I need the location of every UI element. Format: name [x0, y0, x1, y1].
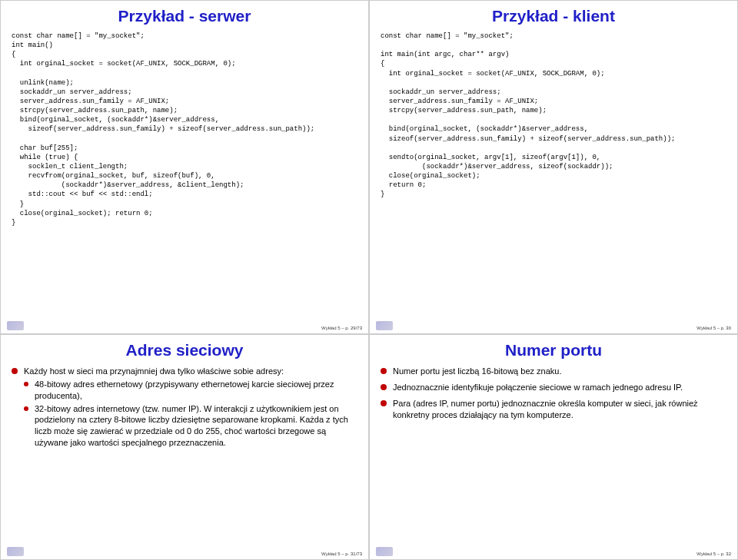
slide-server-example: Przykład - serwer const char name[] = "m…	[0, 0, 369, 334]
code-block-client: const char name[] = "my_socket"; int mai…	[381, 31, 726, 200]
slide-footer: Wykład 5 – p. 32	[376, 547, 731, 556]
slide-client-example: Przykład - klient const char name[] = "m…	[369, 0, 738, 334]
bullet-item: Jednoznacznie identyfikuje połączenie si…	[381, 382, 726, 393]
slide-title: Przykład - serwer	[12, 7, 357, 25]
slide-title: Adres sieciowy	[12, 341, 357, 360]
page-number: Wykład 5 – p. 31/73	[321, 552, 362, 556]
bullet-text: Każdy host w sieci ma przynajmniej dwa t…	[24, 366, 284, 376]
slide-network-address: Adres sieciowy Każdy host w sieci ma prz…	[0, 334, 369, 560]
sub-bullet-item: 32-bitowy adres internetowy (tzw. numer …	[24, 403, 357, 449]
logo-icon	[7, 321, 24, 330]
bullet-item: Każdy host w sieci ma przynajmniej dwa t…	[12, 366, 357, 449]
bullet-item: Numer portu jest liczbą 16-bitową bez zn…	[381, 366, 726, 377]
logo-icon	[376, 321, 393, 330]
slide-title: Numer portu	[381, 341, 726, 360]
logo-icon	[7, 547, 24, 556]
sub-bullet-item: 48-bitowy adres ethernetowy (przypisywan…	[24, 379, 357, 402]
slide-footer: Wykład 5 – p. 30	[376, 321, 731, 330]
slide-footer: Wykład 5 – p. 31/73	[7, 547, 362, 556]
code-block-server: const char name[] = "my_socket"; int mai…	[12, 31, 357, 227]
bullet-item: Para (adres IP, numer portu) jednoznaczn…	[381, 398, 726, 421]
page-number: Wykład 5 – p. 29/73	[321, 326, 362, 330]
slide-title: Przykład - klient	[381, 7, 726, 25]
page-number: Wykład 5 – p. 30	[696, 326, 731, 330]
slide-footer: Wykład 5 – p. 29/73	[7, 321, 362, 330]
slide-port-number: Numer portu Numer portu jest liczbą 16-b…	[369, 334, 738, 560]
page-number: Wykład 5 – p. 32	[696, 552, 731, 556]
slide-content: Każdy host w sieci ma przynajmniej dwa t…	[12, 366, 357, 453]
slide-content: Numer portu jest liczbą 16-bitową bez zn…	[381, 366, 726, 425]
logo-icon	[376, 547, 393, 556]
